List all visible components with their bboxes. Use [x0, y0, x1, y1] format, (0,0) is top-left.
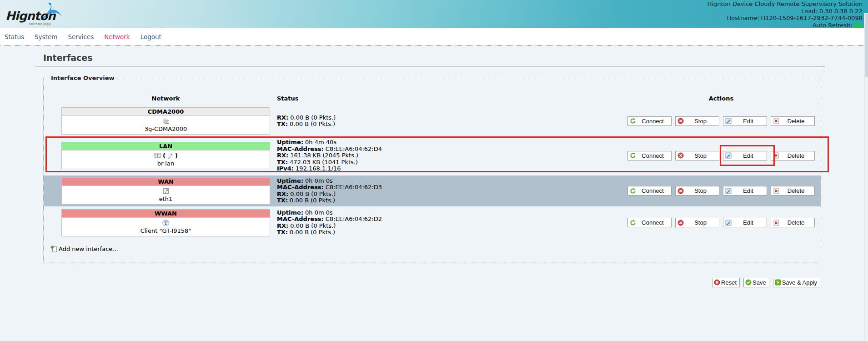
system-info: Hignton Device Cloudy Remote Supervisory…: [707, 0, 863, 29]
status-line: RX:0.00 B (0 Pkts.): [277, 191, 591, 198]
router-admin-page: Hignton technology Hignton Device Cloudy…: [0, 0, 868, 341]
product-title: Hignton Device Cloudy Remote Supervisory…: [707, 0, 863, 8]
status-line: MAC-Address:C8:EE:A6:04:62:D2: [277, 216, 591, 223]
edit-icon: [725, 152, 732, 159]
reset-circle-icon: [714, 279, 720, 286]
refresh-icon: [630, 118, 636, 124]
device-name: 3g-CDMA2000: [62, 125, 270, 132]
network-cell[interactable]: WWAN Client "GT-I9158": [61, 209, 270, 236]
section-title: Interface Overview: [48, 75, 117, 81]
brand-name: Hignton: [5, 9, 55, 23]
edit-icon: [725, 118, 732, 124]
edit-icon: [725, 188, 732, 194]
nav-item-status[interactable]: Status: [5, 33, 24, 40]
network-name: LAN: [62, 142, 270, 150]
connect-button[interactable]: Connect: [627, 186, 672, 196]
save-button[interactable]: Save: [743, 278, 769, 287]
device-name: br-lan: [62, 160, 270, 167]
delete-icon: [773, 118, 779, 124]
add-interface-link[interactable]: Add new interface...: [50, 246, 118, 253]
connect-button[interactable]: Connect: [627, 218, 672, 227]
connect-button[interactable]: Connect: [627, 151, 672, 160]
save-apply-button[interactable]: Save & Apply: [773, 278, 820, 287]
status-line: IPv4:192.168.1.1/16: [277, 165, 591, 172]
network-cell[interactable]: CDMA2000 3g-CDMA2000: [61, 107, 270, 135]
delete-button[interactable]: Delete: [771, 218, 815, 227]
paren-open: (: [163, 152, 166, 159]
reset-button[interactable]: Reset: [712, 278, 740, 287]
stop-button[interactable]: Stop: [675, 218, 719, 227]
status-line: TX:472.03 KB (1041 Pkts.): [277, 159, 591, 166]
delete-icon: [773, 188, 779, 194]
main-nav: Status System Services Network Logout: [0, 28, 868, 45]
network-cell[interactable]: LAN (: [61, 142, 270, 169]
load-readout: Load: 0.30 0.38 0.22: [707, 8, 863, 15]
status-cell: Uptime:0h 4m 40s MAC-Address:C8:EE:A6:04…: [277, 138, 591, 173]
actions-cell: Connect Stop Edit Delete: [627, 151, 815, 160]
status-line: MAC-Address:C8:EE:A6:04:62:D3: [277, 184, 591, 191]
edit-button[interactable]: Edit: [723, 218, 767, 227]
actions-cell: Connect Stop Edit Delete: [627, 186, 815, 196]
wireless-signal-icon: [162, 220, 169, 226]
status-line: Uptime:0h 4m 40s: [277, 139, 591, 146]
delete-button[interactable]: Delete: [771, 151, 815, 160]
status-line: RX:0.00 B (0 Pkts.): [277, 115, 591, 121]
nav-item-services[interactable]: Services: [68, 33, 94, 40]
table-header: Network Status Actions: [44, 95, 821, 102]
add-interface-label: Add new interface...: [59, 246, 118, 252]
auto-refresh-value[interactable]: on: [854, 22, 863, 29]
edit-button[interactable]: Edit: [723, 186, 767, 196]
edit-button[interactable]: Edit: [723, 116, 767, 126]
status-line: RX:161.38 KB (2045 Pkts.): [277, 152, 591, 159]
auto-refresh-label: Auto Refresh:: [813, 22, 853, 29]
stop-icon: [677, 188, 684, 194]
auto-refresh-readout: Auto Refresh: on: [707, 22, 863, 29]
status-line: TX:0.00 B (0 Pkts.): [277, 229, 591, 236]
hostname-readout: Hostname: H120-1509-1617-2932-7744-0098: [707, 15, 863, 22]
status-line: MAC-Address:C8:EE:A6:04:62:D4: [277, 146, 591, 153]
status-line: Uptime:0h 0m 0s: [277, 210, 591, 216]
delete-icon: [773, 220, 779, 226]
status-cell: Uptime:0h 0m 0s MAC-Address:C8:EE:A6:04:…: [277, 177, 591, 205]
network-name: WWAN: [62, 210, 270, 218]
stop-button[interactable]: Stop: [675, 151, 719, 160]
ethernet-adapter-icon: [167, 152, 174, 159]
device-name: eth1: [62, 196, 270, 202]
connect-button[interactable]: Connect: [627, 116, 672, 126]
page-title: Interfaces: [35, 53, 825, 66]
delete-button[interactable]: Delete: [771, 186, 815, 196]
page-plus-icon: [50, 246, 58, 253]
table-row-lan: LAN (: [44, 137, 821, 175]
device-name: Client "GT-I9158": [62, 227, 270, 234]
status-line: TX:0.00 B (0 Pkts.): [277, 121, 591, 128]
nav-item-logout[interactable]: Logout: [140, 33, 161, 40]
refresh-icon: [630, 220, 636, 226]
nav-item-system[interactable]: System: [35, 33, 57, 40]
actions-cell: Connect Stop Edit Delete: [627, 116, 815, 126]
column-header-actions: Actions: [627, 95, 815, 102]
status-cell: Uptime:0h 0m 0s MAC-Address:C8:EE:A6:04:…: [277, 209, 591, 237]
app-header: Hignton technology Hignton Device Cloudy…: [0, 0, 868, 28]
status-line: Uptime:0h 0m 0s: [277, 178, 591, 185]
modem-3g-icon: [162, 118, 170, 125]
stop-button[interactable]: Stop: [675, 186, 719, 196]
edit-icon: [725, 220, 732, 226]
status-line: TX:0.00 B (0 Pkts.): [277, 197, 591, 204]
refresh-icon: [630, 188, 636, 194]
stop-icon: [677, 152, 684, 159]
content-area: Interfaces Interface Overview Network St…: [35, 53, 825, 287]
apply-play-icon: [775, 279, 781, 286]
table-row-wwan: WWAN Client "GT-I9158": [44, 207, 821, 238]
network-name: WAN: [62, 178, 270, 186]
edit-button[interactable]: Edit: [723, 151, 767, 160]
network-name: CDMA2000: [62, 108, 270, 116]
network-cell[interactable]: WAN eth1: [61, 177, 270, 205]
stop-button[interactable]: Stop: [675, 116, 719, 126]
stop-icon: [677, 220, 684, 226]
scrollbar-thumb[interactable]: [865, 14, 868, 77]
delete-button[interactable]: Delete: [771, 116, 815, 126]
nav-item-network[interactable]: Network: [104, 33, 130, 40]
scrollbar[interactable]: [864, 13, 868, 341]
delete-icon: [773, 152, 779, 159]
table-row-cdma2000: CDMA2000 3g-CDMA2000 RX:0.00 B: [44, 106, 821, 136]
